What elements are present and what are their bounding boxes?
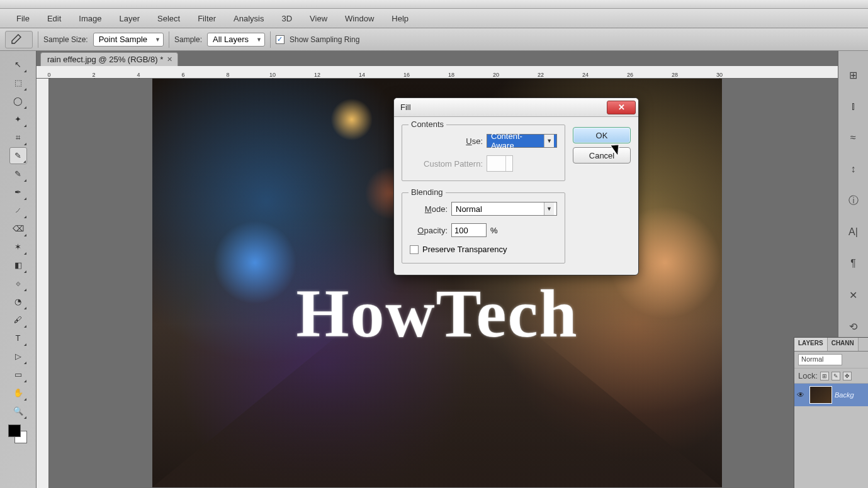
layers-panel: LAYERS CHANN Normal Lock: ⊞ ✎ ✥ 👁 Backg (794, 337, 868, 488)
mode-combo[interactable]: Normal ▼ (451, 202, 557, 216)
panel-icon[interactable]: ↕ (845, 162, 862, 177)
ruler-tick: 20 (493, 72, 499, 78)
menu-view[interactable]: View (301, 11, 336, 26)
pen-tool[interactable]: 🖋 (9, 311, 27, 328)
sample-value: All Layers (213, 35, 249, 44)
magic-wand-tool[interactable]: ✦ (9, 111, 27, 128)
character-panel-icon[interactable]: A| (845, 225, 862, 240)
close-icon[interactable]: ✕ (167, 55, 172, 64)
zoom-tool[interactable]: 🔍 (9, 402, 27, 419)
custom-pattern-label: Custom Pattern: (410, 159, 483, 169)
chevron-down-icon: ▼ (544, 135, 554, 147)
use-label: Use: (410, 136, 483, 146)
divider (169, 31, 169, 48)
panel-icon[interactable]: ⊞ (845, 67, 862, 82)
cancel-button[interactable]: Cancel (573, 147, 631, 164)
fill-dialog: Fill ✕ Contents Use: Content-Aware ▼ Cus… (393, 97, 639, 275)
eyedropper-tool[interactable]: ✎ (9, 147, 27, 164)
sample-combo[interactable]: All Layers ▼ (207, 33, 265, 47)
blending-legend: Blending (409, 187, 446, 197)
menu-window[interactable]: Window (336, 11, 383, 26)
use-combo[interactable]: Content-Aware ▼ (487, 134, 557, 148)
ruler-tick: 8 (226, 72, 229, 78)
show-sampling-ring-checkbox[interactable]: ✓ (276, 35, 285, 44)
brush-tool[interactable]: ✒ (9, 184, 27, 201)
hand-tool[interactable]: ✋ (9, 384, 27, 401)
panel-icon[interactable]: ≈ (845, 130, 862, 145)
paragraph-panel-icon[interactable]: ¶ (845, 256, 862, 271)
history-brush-tool[interactable]: ⌫ (9, 220, 27, 237)
chevron-down-icon: ▼ (256, 36, 262, 43)
blending-group: Blending Mode: Normal ▼ Opacity: 100 % (402, 192, 565, 263)
sample-size-combo[interactable]: Point Sample ▼ (93, 33, 164, 47)
options-bar: Sample Size: Point Sample ▼ Sample: All … (0, 28, 868, 51)
menu-3d[interactable]: 3D (273, 11, 301, 26)
opacity-input[interactable]: 100 (451, 223, 487, 237)
opacity-unit: % (490, 226, 498, 235)
ruler-tick: 10 (269, 72, 276, 78)
crop-tool[interactable]: ⌗ (9, 129, 27, 146)
panel-icon[interactable]: ✕ (845, 287, 862, 302)
chevron-down-icon: ▼ (544, 202, 554, 215)
ruler-tick: 26 (627, 72, 633, 78)
layer-row[interactable]: 👁 Backg (794, 384, 868, 406)
watermark-text: HowTech (296, 275, 578, 353)
layer-name[interactable]: Backg (835, 391, 854, 399)
marquee-tool[interactable]: ⬚ (9, 74, 27, 91)
menu-help[interactable]: Help (383, 11, 417, 26)
menu-edit[interactable]: Edit (38, 11, 70, 26)
preserve-transparency-checkbox[interactable] (410, 245, 419, 254)
path-selection-tool[interactable]: ▷ (9, 348, 27, 365)
panel-icon[interactable]: ⟲ (845, 319, 862, 334)
menu-filter[interactable]: Filter (189, 11, 225, 26)
dialog-close-button[interactable]: ✕ (607, 101, 636, 114)
opacity-value: 100 (454, 226, 468, 235)
divider (38, 31, 38, 48)
lasso-tool[interactable]: ◯ (9, 92, 27, 109)
shape-tool[interactable]: ▭ (9, 366, 27, 383)
custom-pattern-picker (487, 155, 513, 172)
panel-icon[interactable]: ⓘ (845, 193, 862, 208)
eraser-tool[interactable]: ✶ (9, 238, 27, 255)
mode-value: Normal (456, 204, 482, 214)
visibility-icon[interactable]: 👁 (797, 391, 807, 399)
document-tabbar: rain effect.jpg @ 25% (RGB/8) * ✕ (37, 51, 178, 66)
contents-legend: Contents (409, 119, 446, 129)
dodge-tool[interactable]: ◔ (9, 293, 27, 310)
document-tab[interactable]: rain effect.jpg @ 25% (RGB/8) * ✕ (40, 52, 178, 66)
lock-brush-icon[interactable]: ✎ (831, 372, 840, 380)
menu-file[interactable]: File (8, 11, 38, 26)
eyedropper-tool-icon[interactable] (5, 31, 33, 48)
gradient-tool[interactable]: ◧ (9, 257, 27, 274)
blend-mode-combo[interactable]: Normal (798, 354, 842, 365)
move-tool[interactable]: ↖ (9, 56, 27, 73)
menubar: File Edit Image Layer Select Filter Anal… (0, 9, 868, 28)
sample-size-label: Sample Size: (43, 35, 88, 44)
layers-tab[interactable]: LAYERS (794, 338, 828, 351)
menu-analysis[interactable]: Analysis (225, 11, 273, 26)
type-tool[interactable]: T (9, 330, 27, 347)
layer-thumbnail[interactable] (809, 386, 832, 404)
lock-move-icon[interactable]: ✥ (843, 372, 852, 380)
channels-tab[interactable]: CHANN (828, 338, 859, 351)
menu-layer[interactable]: Layer (111, 11, 149, 26)
ruler-tick: 28 (672, 72, 678, 78)
healing-brush-tool[interactable]: ✎ (9, 165, 27, 182)
dialog-titlebar[interactable]: Fill ✕ (394, 98, 638, 117)
ok-button[interactable]: OK (573, 127, 631, 143)
app-titlebar (0, 0, 868, 9)
document-tab-title: rain effect.jpg @ 25% (RGB/8) * (47, 55, 163, 64)
foreground-color-swatch[interactable] (8, 424, 21, 437)
panel-icon[interactable]: ⫿ (845, 99, 862, 114)
dialog-title: Fill (400, 103, 607, 112)
blur-tool[interactable]: ⟐ (9, 275, 27, 292)
menu-image[interactable]: Image (70, 11, 110, 26)
color-swatches[interactable] (6, 424, 31, 450)
lock-pixels-icon[interactable]: ⊞ (820, 372, 829, 380)
ruler-tick: 18 (448, 72, 454, 78)
menu-select[interactable]: Select (149, 11, 189, 26)
clone-stamp-tool[interactable]: ⟋ (9, 202, 27, 219)
ruler-tick: 0 (47, 72, 50, 78)
close-icon: ✕ (618, 103, 625, 112)
ruler-tick: 2 (92, 72, 95, 78)
